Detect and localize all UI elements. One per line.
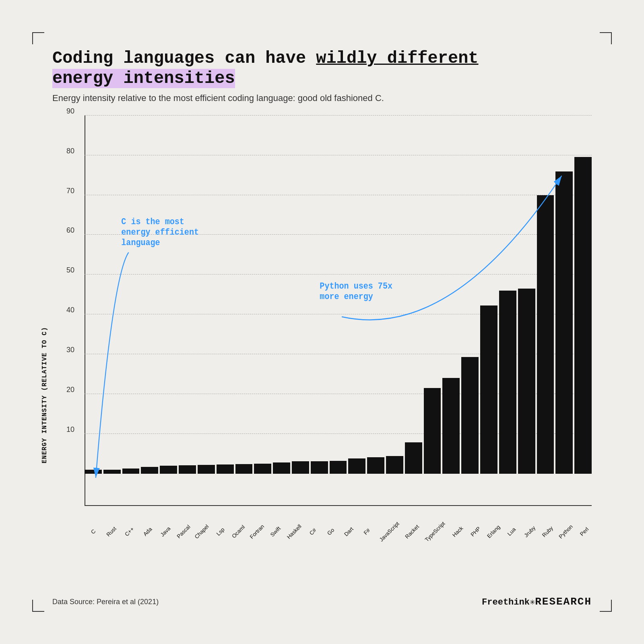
title-highlight: energy intensities	[52, 69, 235, 88]
x-label-item: Perl	[575, 528, 592, 534]
chart-inner: 102030405060708090 CRustC++AdaJavaPascal…	[85, 116, 592, 506]
bar	[499, 291, 516, 474]
chart-subtitle: Energy intensity relative to the most ef…	[52, 93, 592, 103]
brand: Freethink✳RESEARCH	[482, 596, 592, 608]
x-label-item: C	[85, 528, 101, 534]
bar-wrapper	[254, 116, 271, 506]
x-label-item: Fortran	[248, 528, 265, 534]
x-label-item: Jruby	[521, 528, 537, 534]
x-label-item: Pascal	[175, 528, 191, 534]
bar-wrapper	[273, 116, 290, 506]
footer: Data Source: Pereira et al (2021) Freeth…	[52, 596, 592, 608]
x-label-text: Java	[159, 525, 172, 538]
bar-wrapper	[574, 116, 592, 506]
x-label-text: Pascal	[175, 524, 191, 539]
x-label-text: Dart	[343, 526, 355, 537]
title-underline: wildly different	[316, 49, 478, 68]
data-source: Data Source: Pereira et al (2021)	[52, 598, 159, 606]
grid-label: 30	[66, 346, 74, 354]
bar-wrapper	[122, 116, 140, 506]
bars-container	[85, 116, 592, 506]
grid-label: 10	[66, 425, 74, 433]
x-label-item: JavaScript	[376, 528, 401, 534]
bar-wrapper	[85, 116, 102, 506]
x-label-item: Java	[157, 528, 173, 534]
bar-wrapper	[367, 116, 384, 506]
bar-wrapper	[160, 116, 177, 506]
grid-label: 80	[66, 147, 74, 155]
x-label-text: Chapel	[194, 523, 210, 540]
x-label-text: Hack	[451, 525, 464, 538]
bar	[254, 464, 271, 474]
x-axis-labels: CRustC++AdaJavaPascalChapelLspOcamlFortr…	[85, 528, 592, 534]
bar-wrapper	[330, 116, 347, 506]
bar	[292, 461, 309, 474]
title-plain-1: Coding languages can have wildly differe…	[52, 49, 479, 68]
x-label-item: Swift	[266, 528, 283, 534]
grid-label: 90	[66, 107, 74, 115]
x-label-text: Lsp	[215, 526, 225, 537]
x-label-item: Lua	[503, 528, 519, 534]
bar	[424, 388, 441, 474]
x-label-text: Fortran	[248, 523, 265, 540]
x-label-text: Go	[326, 527, 335, 536]
bar	[330, 461, 347, 474]
bar	[442, 378, 460, 474]
grid-label: 20	[66, 386, 74, 394]
x-label-text: Erlang	[486, 524, 501, 539]
x-label-item: Python	[557, 528, 574, 534]
x-label-text: Haskell	[286, 523, 303, 540]
brand-star: ✳	[530, 597, 535, 607]
corner-tr	[600, 32, 612, 44]
bar	[122, 469, 140, 474]
bar	[160, 466, 177, 474]
x-label-item: Haskell	[285, 528, 302, 534]
bar-wrapper	[311, 116, 328, 506]
bar-wrapper	[405, 116, 422, 506]
bar	[348, 458, 365, 474]
x-label-item: Dart	[340, 528, 357, 534]
x-label-item: PHP	[467, 528, 483, 534]
bar-wrapper	[141, 116, 158, 506]
bar-wrapper	[424, 116, 441, 506]
brand-freethink: Freethink	[482, 597, 530, 607]
x-label-item: Ada	[138, 528, 155, 534]
x-label-item: Chapel	[192, 528, 210, 534]
x-label-item: Racket	[403, 528, 420, 534]
bar	[179, 465, 196, 474]
x-label-text: PHP	[470, 526, 482, 538]
bar-wrapper	[198, 116, 215, 506]
bar	[480, 305, 497, 474]
x-label-item: F#	[358, 528, 374, 534]
x-label-item: C++	[120, 528, 137, 534]
bar	[235, 464, 253, 474]
y-axis-label: ENERGY INTENSITY (relative to C)	[41, 327, 48, 463]
bar	[273, 462, 290, 474]
x-label-item: TypeScript	[421, 528, 447, 534]
bar	[574, 157, 592, 474]
bar	[555, 171, 573, 473]
corner-bl	[32, 600, 44, 612]
chart-area: ENERGY INTENSITY (relative to C) 1020304…	[52, 116, 592, 538]
bar	[141, 467, 158, 474]
x-label-text: Swift	[269, 525, 282, 538]
grid-label: 50	[66, 266, 74, 275]
card: Coding languages can have wildly differe…	[24, 24, 620, 620]
x-label-item: Hack	[449, 528, 465, 534]
x-label-text: Perl	[579, 526, 590, 537]
x-label-item: Ruby	[539, 528, 555, 534]
grid-label: 60	[66, 226, 74, 235]
x-label-text: TypeScript	[424, 520, 446, 543]
x-label-text: Racket	[404, 523, 420, 539]
x-label-text: C#	[308, 527, 318, 536]
bar	[217, 464, 234, 473]
bar	[461, 357, 479, 474]
bar-wrapper	[499, 116, 516, 506]
x-label-item: Rust	[103, 528, 119, 534]
bar	[405, 442, 422, 474]
x-label-text: Lua	[506, 526, 517, 537]
x-label-text: C	[90, 528, 97, 535]
grid-label: 70	[66, 186, 74, 195]
x-label-text: Python	[558, 523, 574, 539]
x-label-text: F#	[363, 527, 372, 536]
